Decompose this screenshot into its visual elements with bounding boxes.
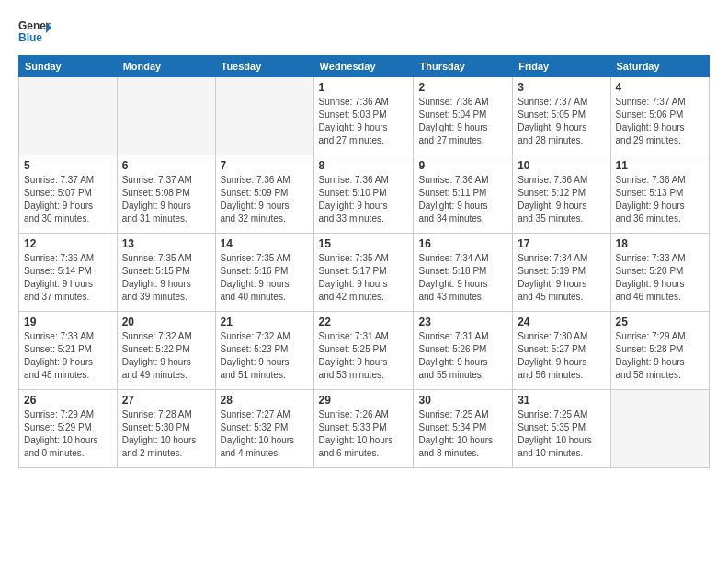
day-detail: Sunrise: 7:34 AMSunset: 5:18 PMDaylight:… [418,252,507,304]
logo: General Blue [18,15,51,48]
calendar-cell: 21Sunrise: 7:32 AMSunset: 5:23 PMDayligh… [215,312,313,390]
day-number: 2 [418,81,507,94]
day-number: 29 [319,394,409,407]
day-number: 9 [418,159,507,172]
calendar-cell: 11Sunrise: 7:36 AMSunset: 5:13 PMDayligh… [610,155,709,234]
day-number: 22 [319,316,409,328]
calendar-cell: 4Sunrise: 7:37 AMSunset: 5:06 PMDaylight… [610,77,709,155]
calendar-cell: 1Sunrise: 7:36 AMSunset: 5:03 PMDaylight… [313,77,414,155]
day-number: 6 [122,159,210,172]
column-header-thursday: Thursday [414,56,513,77]
day-detail: Sunrise: 7:33 AMSunset: 5:20 PMDaylight:… [616,252,704,304]
day-number: 25 [616,316,704,328]
day-detail: Sunrise: 7:31 AMSunset: 5:26 PMDaylight:… [418,330,507,382]
calendar-cell: 20Sunrise: 7:32 AMSunset: 5:22 PMDayligh… [117,312,215,390]
column-header-tuesday: Tuesday [215,56,313,77]
logo-svg: General Blue [18,15,51,48]
day-detail: Sunrise: 7:36 AMSunset: 5:03 PMDaylight:… [319,96,409,147]
calendar-cell: 12Sunrise: 7:36 AMSunset: 5:14 PMDayligh… [19,234,118,312]
calendar-cell: 6Sunrise: 7:37 AMSunset: 5:08 PMDaylight… [117,155,215,234]
day-number: 20 [122,316,210,328]
day-detail: Sunrise: 7:36 AMSunset: 5:14 PMDaylight:… [24,252,112,304]
day-detail: Sunrise: 7:37 AMSunset: 5:07 PMDaylight:… [24,174,112,225]
day-number: 18 [616,237,704,250]
day-number: 30 [418,394,507,407]
calendar-cell: 3Sunrise: 7:37 AMSunset: 5:05 PMDaylight… [513,77,610,155]
day-detail: Sunrise: 7:37 AMSunset: 5:05 PMDaylight:… [518,96,605,147]
day-number: 27 [122,394,210,407]
calendar-cell: 17Sunrise: 7:34 AMSunset: 5:19 PMDayligh… [513,234,610,312]
week-row-1: 1Sunrise: 7:36 AMSunset: 5:03 PMDaylight… [19,77,710,155]
day-detail: Sunrise: 7:37 AMSunset: 5:06 PMDaylight:… [616,96,704,147]
day-number: 15 [319,237,409,250]
calendar-cell: 18Sunrise: 7:33 AMSunset: 5:20 PMDayligh… [610,234,709,312]
day-detail: Sunrise: 7:36 AMSunset: 5:04 PMDaylight:… [418,96,507,147]
calendar-cell: 2Sunrise: 7:36 AMSunset: 5:04 PMDaylight… [414,77,513,155]
calendar-cell: 14Sunrise: 7:35 AMSunset: 5:16 PMDayligh… [215,234,313,312]
day-detail: Sunrise: 7:25 AMSunset: 5:35 PMDaylight:… [518,408,605,460]
day-detail: Sunrise: 7:28 AMSunset: 5:30 PMDaylight:… [122,408,210,460]
calendar-cell: 13Sunrise: 7:35 AMSunset: 5:15 PMDayligh… [117,234,215,312]
day-detail: Sunrise: 7:37 AMSunset: 5:08 PMDaylight:… [122,174,210,225]
calendar-cell: 7Sunrise: 7:36 AMSunset: 5:09 PMDaylight… [215,155,313,234]
column-header-friday: Friday [513,56,610,77]
column-header-saturday: Saturday [610,56,709,77]
day-detail: Sunrise: 7:25 AMSunset: 5:34 PMDaylight:… [418,408,507,460]
day-detail: Sunrise: 7:32 AMSunset: 5:23 PMDaylight:… [221,330,309,382]
calendar-cell: 8Sunrise: 7:36 AMSunset: 5:10 PMDaylight… [313,155,414,234]
day-number: 5 [24,159,112,172]
svg-text:Blue: Blue [18,31,42,44]
day-number: 19 [24,316,112,328]
day-number: 14 [221,237,309,250]
calendar-cell: 29Sunrise: 7:26 AMSunset: 5:33 PMDayligh… [313,390,414,468]
day-detail: Sunrise: 7:31 AMSunset: 5:25 PMDaylight:… [319,330,409,382]
week-row-4: 19Sunrise: 7:33 AMSunset: 5:21 PMDayligh… [19,312,710,390]
day-detail: Sunrise: 7:26 AMSunset: 5:33 PMDaylight:… [319,408,409,460]
day-number: 3 [518,81,605,94]
day-number: 31 [518,394,605,407]
day-detail: Sunrise: 7:36 AMSunset: 5:12 PMDaylight:… [518,174,605,225]
day-detail: Sunrise: 7:27 AMSunset: 5:32 PMDaylight:… [221,408,309,460]
calendar-cell: 10Sunrise: 7:36 AMSunset: 5:12 PMDayligh… [513,155,610,234]
day-detail: Sunrise: 7:32 AMSunset: 5:22 PMDaylight:… [122,330,210,382]
day-number: 28 [221,394,309,407]
calendar-cell: 5Sunrise: 7:37 AMSunset: 5:07 PMDaylight… [19,155,118,234]
day-number: 11 [616,159,704,172]
calendar-cell: 9Sunrise: 7:36 AMSunset: 5:11 PMDaylight… [414,155,513,234]
day-number: 24 [518,316,605,328]
day-number: 17 [518,237,605,250]
day-detail: Sunrise: 7:35 AMSunset: 5:15 PMDaylight:… [122,252,210,304]
day-number: 13 [122,237,210,250]
calendar-table: SundayMondayTuesdayWednesdayThursdayFrid… [18,55,710,468]
calendar-cell [117,77,215,155]
day-number: 10 [518,159,605,172]
calendar-cell: 23Sunrise: 7:31 AMSunset: 5:26 PMDayligh… [414,312,513,390]
calendar-cell: 31Sunrise: 7:25 AMSunset: 5:35 PMDayligh… [513,390,610,468]
calendar-header-row: SundayMondayTuesdayWednesdayThursdayFrid… [19,56,710,77]
calendar-cell: 25Sunrise: 7:29 AMSunset: 5:28 PMDayligh… [610,312,709,390]
week-row-3: 12Sunrise: 7:36 AMSunset: 5:14 PMDayligh… [19,234,710,312]
day-detail: Sunrise: 7:35 AMSunset: 5:17 PMDaylight:… [319,252,409,304]
day-detail: Sunrise: 7:29 AMSunset: 5:29 PMDaylight:… [24,408,112,460]
calendar-cell [215,77,313,155]
day-number: 23 [418,316,507,328]
calendar-cell: 24Sunrise: 7:30 AMSunset: 5:27 PMDayligh… [513,312,610,390]
day-detail: Sunrise: 7:33 AMSunset: 5:21 PMDaylight:… [24,330,112,382]
day-number: 26 [24,394,112,407]
calendar-cell: 19Sunrise: 7:33 AMSunset: 5:21 PMDayligh… [19,312,118,390]
day-detail: Sunrise: 7:36 AMSunset: 5:09 PMDaylight:… [221,174,309,225]
calendar-cell: 22Sunrise: 7:31 AMSunset: 5:25 PMDayligh… [313,312,414,390]
calendar-cell: 27Sunrise: 7:28 AMSunset: 5:30 PMDayligh… [117,390,215,468]
day-detail: Sunrise: 7:36 AMSunset: 5:11 PMDaylight:… [418,174,507,225]
day-number: 8 [319,159,409,172]
day-number: 1 [319,81,409,94]
day-detail: Sunrise: 7:29 AMSunset: 5:28 PMDaylight:… [616,330,704,382]
day-number: 16 [418,237,507,250]
calendar-cell: 28Sunrise: 7:27 AMSunset: 5:32 PMDayligh… [215,390,313,468]
column-header-monday: Monday [117,56,215,77]
calendar-cell [610,390,709,468]
day-number: 7 [221,159,309,172]
day-detail: Sunrise: 7:35 AMSunset: 5:16 PMDaylight:… [221,252,309,304]
day-detail: Sunrise: 7:34 AMSunset: 5:19 PMDaylight:… [518,252,605,304]
calendar-cell: 26Sunrise: 7:29 AMSunset: 5:29 PMDayligh… [19,390,118,468]
